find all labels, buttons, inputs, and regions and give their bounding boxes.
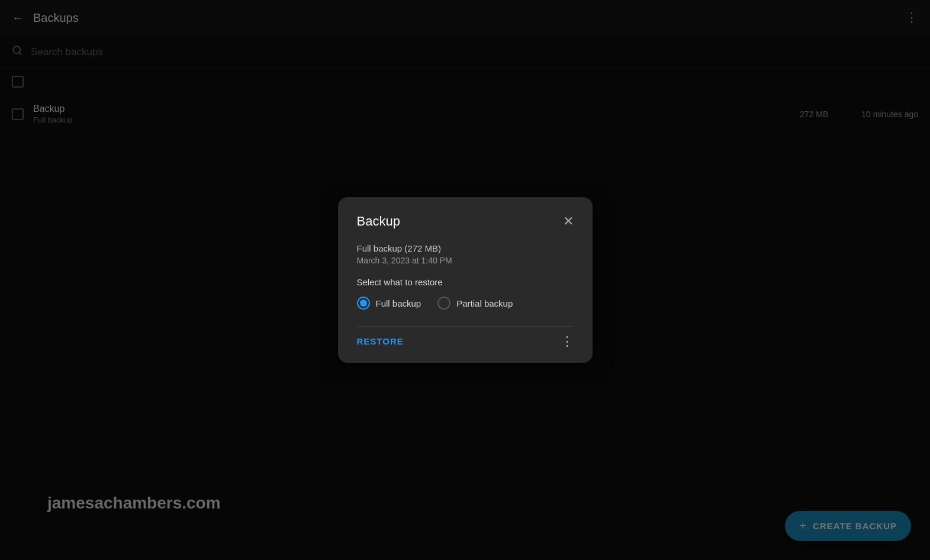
radio-partial-backup-label: Partial backup [456,298,513,308]
backup-dialog: Backup ✕ Full backup (272 MB) March 3, 2… [338,197,593,363]
radio-full-backup-circle[interactable] [357,297,370,310]
dialog-footer: RESTORE ⋮ [357,326,574,351]
dialog-menu-button[interactable]: ⋮ [561,335,574,348]
dialog-close-button[interactable]: ✕ [563,215,574,228]
radio-full-backup[interactable]: Full backup [357,297,421,310]
dialog-detail-primary: Full backup (272 MB) [357,243,574,253]
radio-group: Full backup Partial backup [357,297,574,310]
radio-full-backup-label: Full backup [376,298,421,308]
dialog-header: Backup ✕ [357,214,574,229]
dialog-detail-secondary: March 3, 2023 at 1:40 PM [357,256,574,265]
dialog-section-label: Select what to restore [357,277,574,287]
dialog-title: Backup [357,214,400,229]
dialog-overlay: Backup ✕ Full backup (272 MB) March 3, 2… [0,0,930,560]
restore-button[interactable]: RESTORE [357,332,404,351]
radio-partial-backup[interactable]: Partial backup [437,297,513,310]
radio-partial-backup-circle[interactable] [437,297,450,310]
